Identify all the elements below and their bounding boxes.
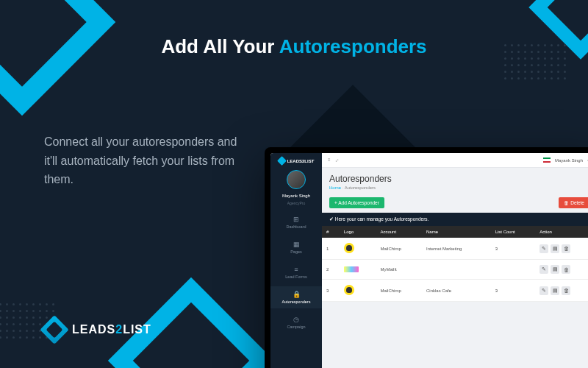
- monitor-mockup: LEADS2LIST Mayank Singh AgencyPro ⊞Dashb…: [265, 147, 588, 368]
- edit-button[interactable]: ✎: [539, 244, 548, 253]
- page-header: Autoresponders Home · Autoresponders: [322, 168, 588, 193]
- edit-button[interactable]: ✎: [539, 265, 548, 274]
- list-button[interactable]: ▤: [551, 265, 559, 274]
- table-row: 1 MailChimp Internet Marketing 3 ✎▤🗑: [322, 238, 588, 260]
- main-area: ≡ ⤢ Mayank Singh ⚙ Autoresponders Home ·…: [322, 153, 588, 368]
- app-screen: LEADS2LIST Mayank Singh AgencyPro ⊞Dashb…: [270, 153, 588, 368]
- brand-mark: LEADS2LIST: [44, 319, 151, 340]
- th-action: Action: [535, 226, 588, 238]
- mailchimp-icon: [344, 285, 354, 295]
- table-row: 3 MailChimp Cinklas Cafe 3 ✎▤🗑: [322, 280, 588, 302]
- sidebar-item-campaign[interactable]: ◷Campaign: [270, 311, 322, 333]
- topbar-left: ≡ ⤢: [328, 158, 339, 163]
- action-row: + Add Autoresponder 🗑 Delete: [322, 193, 588, 213]
- menu-icon[interactable]: ≡: [328, 158, 331, 163]
- body-copy: Connect all your autoresponders and it'l…: [44, 132, 250, 189]
- breadcrumb-home[interactable]: Home: [329, 185, 341, 190]
- autoresponders-table: # Logo Account Name List Count Action 1 …: [322, 226, 588, 302]
- flag-icon[interactable]: [543, 158, 551, 163]
- brand-icon: [40, 315, 69, 344]
- th-logo: Logo: [340, 226, 376, 238]
- th-num: #: [322, 226, 340, 238]
- sidebar-user-name: Mayank Singh: [282, 194, 310, 198]
- th-account: Account: [376, 226, 422, 238]
- th-count: List Count: [491, 226, 536, 238]
- delete-button[interactable]: 🗑 Delete: [559, 197, 588, 208]
- lock-icon: 🔒: [272, 291, 320, 298]
- edit-button[interactable]: ✎: [539, 286, 548, 295]
- sidebar-logo-icon: [277, 156, 287, 166]
- topbar-user[interactable]: Mayank Singh: [555, 158, 583, 163]
- expand-icon[interactable]: ⤢: [335, 158, 339, 163]
- add-autoresponder-button[interactable]: + Add Autoresponder: [329, 197, 384, 208]
- row-delete-button[interactable]: 🗑: [562, 286, 570, 295]
- breadcrumb-current: Autoresponders: [345, 185, 376, 190]
- sidebar-item-lead-forms[interactable]: ≡Lead Forms: [270, 261, 322, 283]
- page-heading: Add All Your Autoresponders: [0, 35, 588, 58]
- sidebar-user-role: AgencyPro: [287, 201, 305, 205]
- th-name: Name: [422, 226, 491, 238]
- page-title: Autoresponders: [329, 174, 588, 184]
- heading-prefix: Add All Your: [161, 35, 279, 57]
- breadcrumb: Home · Autoresponders: [329, 185, 588, 190]
- mailchimp-icon: [344, 243, 354, 253]
- dashboard-icon: ⊞: [272, 216, 320, 223]
- topbar: ≡ ⤢ Mayank Singh ⚙: [322, 153, 588, 168]
- sidebar-logo: LEADS2LIST: [279, 158, 315, 164]
- panel-heading: ✔ Here your can manage you Autoresponder…: [322, 213, 588, 226]
- pages-icon: ▦: [272, 241, 320, 248]
- campaign-icon: ◷: [272, 316, 320, 323]
- sidebar: LEADS2LIST Mayank Singh AgencyPro ⊞Dashb…: [270, 153, 322, 368]
- table-row: 2 MyMailIt ✎▤🗑: [322, 260, 588, 280]
- sidebar-item-autoresponders[interactable]: 🔒Autoresponders: [270, 286, 322, 308]
- mymailit-icon: [344, 266, 359, 272]
- sidebar-item-dashboard[interactable]: ⊞Dashboard: [270, 211, 322, 233]
- forms-icon: ≡: [272, 266, 320, 273]
- brand-text: LEADS2LIST: [72, 323, 151, 336]
- list-button[interactable]: ▤: [551, 244, 559, 253]
- row-delete-button[interactable]: 🗑: [562, 244, 570, 253]
- sidebar-item-pages[interactable]: ▦Pages: [270, 236, 322, 258]
- row-delete-button[interactable]: 🗑: [562, 265, 570, 274]
- heading-accent: Autoresponders: [279, 35, 427, 57]
- avatar[interactable]: [287, 170, 306, 189]
- list-button[interactable]: ▤: [551, 286, 559, 295]
